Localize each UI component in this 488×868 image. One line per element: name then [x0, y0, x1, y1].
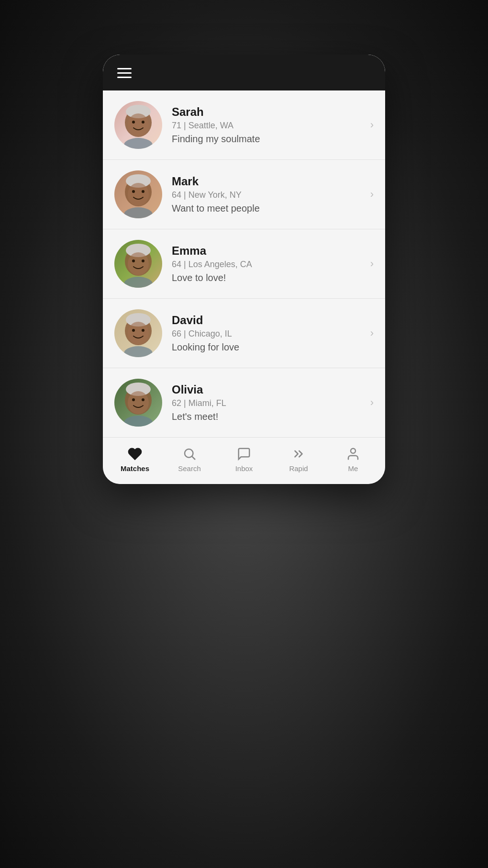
match-item-mark[interactable]: Mark 64 | New York, NY Want to meet peop…: [103, 160, 385, 229]
svg-point-10: [142, 190, 144, 193]
match-tagline-david: Looking for love: [172, 342, 361, 353]
match-name-olivia: Olivia: [172, 383, 361, 396]
matches-list: Sarah 71 | Seattle, WA Finding my soulma…: [103, 90, 385, 437]
avatar-mark: [114, 170, 162, 218]
forward-icon: [291, 446, 306, 462]
match-details-emma: 64 | Los Angeles, CA: [172, 259, 361, 270]
nav-label-inbox: Inbox: [235, 464, 253, 473]
svg-point-5: [124, 138, 153, 149]
nav-label-rapid: Rapid: [289, 464, 308, 473]
match-name-emma: Emma: [172, 244, 361, 258]
match-tagline-mark: Want to meet people: [172, 203, 361, 214]
match-item-olivia[interactable]: Olivia 62 | Miami, FL Let's meet! ›: [103, 368, 385, 437]
match-details-sarah: 71 | Seattle, WA: [172, 121, 361, 131]
svg-point-3: [132, 121, 135, 124]
avatar-olivia: [114, 379, 162, 427]
chevron-right-icon-david: ›: [370, 327, 374, 339]
app-header: [103, 55, 385, 90]
svg-point-28: [142, 398, 144, 401]
nav-label-matches: Matches: [121, 464, 149, 473]
match-info-emma: Emma 64 | Los Angeles, CA Love to love!: [172, 244, 361, 283]
svg-point-27: [132, 398, 135, 401]
heart-icon: [127, 446, 143, 462]
match-details-david: 66 | Chicago, IL: [172, 329, 361, 339]
nav-label-me: Me: [348, 464, 358, 473]
svg-point-31: [351, 449, 355, 453]
match-info-mark: Mark 64 | New York, NY Want to meet peop…: [172, 175, 361, 214]
avatar-emma: [114, 240, 162, 288]
match-tagline-emma: Love to love!: [172, 272, 361, 283]
avatar-david: [114, 309, 162, 357]
match-item-emma[interactable]: Emma 64 | Los Angeles, CA Love to love! …: [103, 229, 385, 299]
match-info-sarah: Sarah 71 | Seattle, WA Finding my soulma…: [172, 105, 361, 145]
nav-item-matches[interactable]: Matches: [116, 446, 154, 473]
nav-item-inbox[interactable]: Inbox: [225, 446, 263, 473]
svg-point-29: [124, 416, 153, 427]
nav-item-me[interactable]: Me: [334, 446, 372, 473]
nav-label-search: Search: [178, 464, 201, 473]
svg-point-11: [124, 207, 153, 218]
svg-point-16: [142, 259, 144, 262]
match-item-sarah[interactable]: Sarah 71 | Seattle, WA Finding my soulma…: [103, 90, 385, 160]
chevron-right-icon-mark: ›: [370, 188, 374, 201]
chevron-right-icon-emma: ›: [370, 258, 374, 270]
svg-point-14: [128, 252, 149, 275]
match-item-david[interactable]: David 66 | Chicago, IL Looking for love …: [103, 299, 385, 368]
svg-point-4: [142, 121, 144, 124]
nav-item-search[interactable]: Search: [170, 446, 209, 473]
match-tagline-olivia: Let's meet!: [172, 411, 361, 422]
page-header: [234, 0, 254, 55]
hamburger-menu-button[interactable]: [117, 68, 132, 78]
svg-point-15: [132, 259, 135, 262]
svg-point-22: [142, 329, 144, 332]
svg-point-26: [128, 391, 149, 414]
svg-point-8: [128, 183, 149, 206]
phone-container: Sarah 71 | Seattle, WA Finding my soulma…: [103, 55, 385, 484]
match-name-mark: Mark: [172, 175, 361, 188]
match-info-david: David 66 | Chicago, IL Looking for love: [172, 314, 361, 353]
svg-point-21: [132, 329, 135, 332]
bottom-nav: Matches Search Inbox Rapid Me: [103, 437, 385, 484]
match-tagline-sarah: Finding my soulmate: [172, 134, 361, 145]
person-icon: [345, 446, 361, 462]
match-name-sarah: Sarah: [172, 105, 361, 119]
svg-point-2: [128, 113, 149, 136]
nav-item-rapid[interactable]: Rapid: [279, 446, 318, 473]
svg-point-17: [124, 277, 153, 288]
match-details-olivia: 62 | Miami, FL: [172, 398, 361, 408]
message-icon: [236, 446, 252, 462]
svg-point-9: [132, 190, 135, 193]
svg-point-23: [124, 346, 153, 357]
svg-point-20: [128, 322, 149, 345]
avatar-sarah: [114, 101, 162, 149]
match-name-david: David: [172, 314, 361, 327]
match-details-mark: 64 | New York, NY: [172, 190, 361, 200]
match-info-olivia: Olivia 62 | Miami, FL Let's meet!: [172, 383, 361, 422]
chevron-right-icon-olivia: ›: [370, 396, 374, 409]
search-icon: [182, 446, 197, 462]
chevron-right-icon-sarah: ›: [370, 119, 374, 131]
